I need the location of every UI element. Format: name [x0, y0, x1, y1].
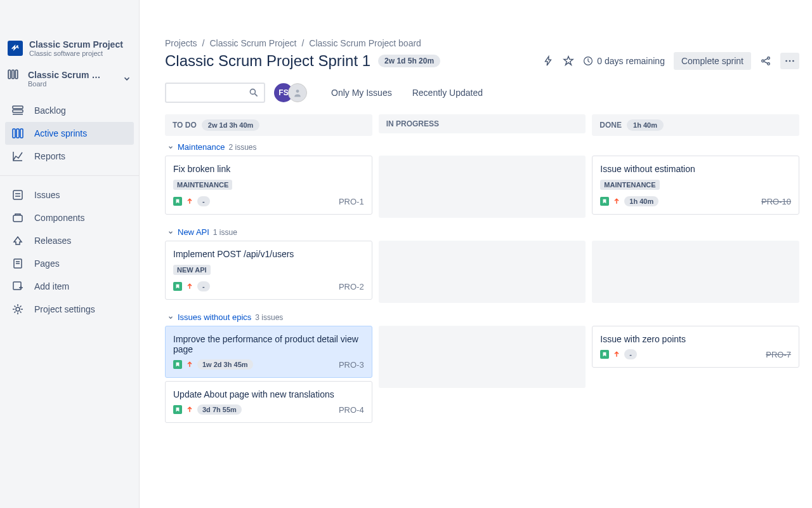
card-column [592, 241, 799, 306]
svg-point-28 [789, 60, 791, 62]
priority-icon [186, 197, 193, 205]
issue-card[interactable]: Implement POST /api/v1/usersNEW API-PRO-… [165, 241, 372, 300]
issue-key: PRO-10 [761, 197, 791, 206]
svg-rect-9 [20, 129, 23, 138]
breadcrumb-board[interactable]: Classic Scrum Project board [309, 38, 421, 48]
column-header-todo: TO DO2w 1d 3h 40m [165, 114, 372, 136]
breadcrumb-project[interactable]: Classic Scrum Project [209, 38, 296, 48]
avatar-stack[interactable]: FS [274, 83, 307, 102]
card-title: Improve the performance of product detai… [173, 334, 364, 354]
nav-reports[interactable]: Reports [5, 145, 134, 168]
complete-sprint-button[interactable]: Complete sprint [674, 52, 751, 70]
filter-only-mine[interactable]: Only My Issues [331, 88, 392, 98]
pages-icon [11, 257, 24, 270]
chevron-down-icon [167, 314, 174, 321]
card-column [379, 241, 586, 306]
svg-line-31 [255, 94, 258, 97]
swimlane-header[interactable]: Maintenance2 issues [165, 142, 812, 152]
column-estimate: 2w 1d 3h 40m [202, 119, 260, 131]
issue-card[interactable]: Issue with zero points-PRO-7 [592, 326, 799, 368]
nav-label: Issues [34, 190, 60, 200]
card-epic-label: MAINTENANCE [173, 180, 232, 190]
issue-key: PRO-3 [339, 360, 364, 370]
estimate-pill: 1w 2d 3h 45m [197, 359, 253, 370]
card-title: Fix broken link [173, 164, 364, 174]
svg-rect-13 [13, 215, 22, 222]
nav-label: Add item [34, 281, 69, 291]
page-header: Classic Scrum Project Sprint 1 2w 1d 5h … [165, 52, 812, 70]
nav-pages[interactable]: Pages [5, 252, 134, 275]
filter-recent[interactable]: Recently Updated [412, 88, 483, 98]
swimlane-row: Fix broken linkMAINTENANCE-PRO-1Issue wi… [165, 156, 812, 221]
nav-primary: Backlog Active sprints Reports [0, 97, 139, 170]
search-input[interactable] [171, 88, 249, 98]
nav-active-sprints[interactable]: Active sprints [5, 122, 134, 145]
star-icon[interactable] [563, 55, 574, 67]
empty-drop-zone[interactable] [592, 241, 799, 303]
card-column: Implement POST /api/v1/usersNEW API-PRO-… [165, 241, 372, 306]
backlog-icon [11, 104, 24, 117]
issue-card[interactable]: Issue without estimationMAINTENANCE1h 40… [592, 156, 799, 215]
card-column: Issue without estimationMAINTENANCE1h 40… [592, 156, 799, 221]
nav-project-settings[interactable]: Project settings [5, 298, 134, 321]
nav-label: Project settings [34, 304, 95, 314]
breadcrumb-projects[interactable]: Projects [165, 38, 197, 48]
issue-key: PRO-7 [766, 350, 791, 359]
story-icon [173, 360, 182, 369]
story-icon [600, 197, 609, 206]
nav-add-item[interactable]: Add item [5, 275, 134, 298]
reports-icon [11, 150, 24, 163]
issue-card[interactable]: Update About page with new translations3… [165, 381, 372, 423]
svg-rect-8 [16, 129, 19, 138]
board-selector[interactable]: Classic Scrum Pr... Board [0, 65, 139, 97]
story-icon [173, 405, 182, 414]
empty-drop-zone[interactable] [379, 241, 586, 303]
priority-icon [613, 351, 620, 358]
filter-row: FS Only My Issues Recently Updated [165, 83, 812, 103]
swimlane-header[interactable]: New API1 issue [165, 227, 812, 237]
story-icon [173, 197, 182, 206]
nav-label: Active sprints [34, 128, 87, 138]
svg-point-24 [768, 63, 770, 65]
issue-card[interactable]: Improve the performance of product detai… [165, 326, 372, 378]
nav-label: Reports [34, 151, 65, 161]
chevron-down-icon [122, 74, 131, 83]
swimlane-count: 2 issues [228, 143, 256, 152]
more-icon[interactable] [780, 53, 799, 69]
svg-rect-5 [13, 110, 23, 112]
svg-point-22 [762, 60, 764, 62]
automation-icon[interactable] [542, 55, 554, 67]
issue-key: PRO-4 [339, 405, 364, 415]
nav-label: Pages [34, 258, 60, 269]
empty-drop-zone[interactable] [379, 156, 586, 218]
nav-issues[interactable]: Issues [5, 184, 134, 206]
nav-backlog[interactable]: Backlog [5, 99, 134, 122]
estimate-pill: - [624, 349, 637, 359]
story-icon [173, 282, 182, 291]
estimate-pill: - [197, 196, 210, 206]
svg-rect-17 [13, 282, 21, 290]
swimlane-header[interactable]: Issues without epics3 issues [165, 312, 812, 322]
card-column [379, 326, 586, 426]
svg-rect-2 [12, 70, 14, 79]
column-header-done: DONE1h 40m [592, 114, 799, 136]
search-box[interactable] [165, 83, 265, 103]
nav-components[interactable]: Components [5, 206, 134, 229]
share-icon[interactable] [760, 55, 771, 67]
divider [0, 175, 139, 176]
issue-card[interactable]: Fix broken linkMAINTENANCE-PRO-1 [165, 156, 372, 215]
board-columns-header: TO DO2w 1d 3h 40m IN PROGRESS DONE1h 40m [165, 114, 812, 136]
avatar-unassigned[interactable] [288, 83, 307, 102]
project-icon [8, 41, 23, 56]
project-header[interactable]: Classic Scrum Project Classic software p… [0, 24, 139, 65]
empty-drop-zone[interactable] [379, 326, 586, 388]
swimlane-count: 1 issue [213, 228, 237, 237]
svg-point-20 [16, 307, 20, 311]
estimate-pill: 3d 7h 55m [197, 404, 242, 415]
priority-icon [186, 406, 193, 413]
card-column: Issue with zero points-PRO-7 [592, 326, 799, 426]
nav-releases[interactable]: Releases [5, 229, 134, 252]
gear-icon [11, 303, 24, 316]
header-actions: 0 days remaining Complete sprint [542, 52, 799, 70]
clock-icon [583, 56, 593, 66]
